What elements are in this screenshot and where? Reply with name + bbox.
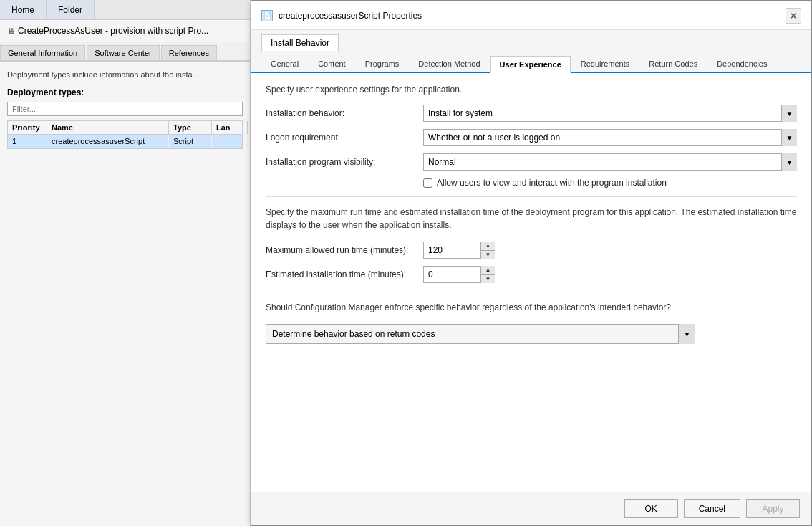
dialog-icon: 📄 xyxy=(261,10,273,21)
software-center-tab[interactable]: Software Center xyxy=(87,45,159,60)
dialog-titlebar: 📄 createprocessasuserScript Properties × xyxy=(251,1,811,30)
installation-behavior-select[interactable]: Install for system Install for user Inst… xyxy=(423,105,797,122)
tab-programs[interactable]: Programs xyxy=(356,55,409,72)
dialog-content: Specify user experience settings for the… xyxy=(251,73,811,492)
tab-requirements[interactable]: Requirements xyxy=(571,55,639,72)
bottom-description: Should Configuration Manager enforce spe… xyxy=(266,301,797,314)
tab-detection-method[interactable]: Detection Method xyxy=(409,55,489,72)
cancel-button[interactable]: Cancel xyxy=(684,499,740,518)
installation-behavior-row: Installation behavior: Install for syste… xyxy=(266,105,797,122)
tab-content[interactable]: Content xyxy=(309,55,355,72)
dialog-title: 📄 createprocessasuserScript Properties xyxy=(261,10,422,21)
col-lan: Lan xyxy=(212,121,248,134)
divider-1 xyxy=(266,196,797,197)
visibility-control: Normal Hidden Minimized Maximized ▼ xyxy=(423,153,797,171)
dialog-backdrop: 📄 createprocessasuserScript Properties ×… xyxy=(251,0,812,526)
row-type: Script xyxy=(169,135,212,148)
installation-behavior-label: Installation behavior: xyxy=(266,108,423,118)
tab-general[interactable]: General xyxy=(261,55,308,72)
apply-button[interactable]: Apply xyxy=(746,499,800,518)
max-run-time-row: Maximum allowed run time (minutes): ▲ ▼ xyxy=(266,242,797,259)
install-behavior-strip: Install Behavior xyxy=(251,30,811,52)
visibility-select[interactable]: Normal Hidden Minimized Maximized xyxy=(423,153,797,171)
max-run-time-label: Maximum allowed run time (minutes): xyxy=(266,245,423,255)
estimated-time-spinbox-buttons: ▲ ▼ xyxy=(480,266,495,283)
logon-requirement-select[interactable]: Whether or not a user is logged on Only … xyxy=(423,129,797,146)
row-lan xyxy=(212,135,248,148)
left-content: Deployment types include information abo… xyxy=(0,62,250,158)
divider-2 xyxy=(266,292,797,292)
left-panel: Home Folder 🖥 CreateProcessAsUser - prov… xyxy=(0,0,251,526)
left-nav-tabs: General Information Software Center Refe… xyxy=(0,42,250,62)
general-info-tab[interactable]: General Information xyxy=(0,45,85,60)
allow-users-label: Allow users to view and interact with th… xyxy=(437,178,667,188)
estimated-time-down[interactable]: ▼ xyxy=(481,275,495,284)
logon-requirement-row: Logon requirement: Whether or not a user… xyxy=(266,129,797,146)
logon-requirement-control: Whether or not a user is logged on Only … xyxy=(423,129,797,146)
max-run-time-spinbox: ▲ ▼ xyxy=(423,242,495,259)
deployment-types-label: Deployment types: xyxy=(7,87,243,97)
col-priority: Priority xyxy=(8,121,47,134)
install-behavior-tab[interactable]: Install Behavior xyxy=(261,34,339,52)
home-tab[interactable]: Home xyxy=(0,0,47,19)
main-tab-strip: General Content Programs Detection Metho… xyxy=(251,52,811,73)
col-type: Type xyxy=(169,121,212,134)
logon-requirement-label: Logon requirement: xyxy=(266,133,423,143)
top-description: Specify user experience settings for the… xyxy=(266,85,797,95)
dialog-footer: OK Cancel Apply xyxy=(251,492,811,525)
mid-description: Specify the maximum run time and estimat… xyxy=(266,206,797,231)
estimated-time-up[interactable]: ▲ xyxy=(481,266,495,275)
deployment-description: Deployment types include information abo… xyxy=(7,70,243,79)
breadcrumb-text: CreateProcessAsUser - provision with scr… xyxy=(18,26,208,36)
allow-users-checkbox[interactable] xyxy=(423,178,432,188)
ok-button[interactable]: OK xyxy=(624,499,678,518)
visibility-label: Installation program visibility: xyxy=(266,157,423,167)
close-button[interactable]: × xyxy=(786,8,801,24)
references-tab[interactable]: References xyxy=(161,45,217,60)
behavior-dropdown-wrapper: Determine behavior based on return codes… xyxy=(266,324,695,344)
breadcrumb: 🖥 CreateProcessAsUser - provision with s… xyxy=(0,20,250,42)
tab-dependencies[interactable]: Dependencies xyxy=(707,55,776,72)
allow-users-checkbox-row: Allow users to view and interact with th… xyxy=(423,178,797,188)
installation-behavior-control: Install for system Install for user Inst… xyxy=(423,105,797,122)
max-run-time-up[interactable]: ▲ xyxy=(481,242,495,251)
folder-tab[interactable]: Folder xyxy=(47,0,95,19)
breadcrumb-icon: 🖥 xyxy=(7,27,15,35)
left-panel-tab-strip: Home Folder xyxy=(0,0,250,20)
table-header: Priority Name Type Lan xyxy=(7,120,243,134)
col-name: Name xyxy=(47,121,169,134)
behavior-select[interactable]: Determine behavior based on return codes… xyxy=(266,324,695,344)
tab-user-experience[interactable]: User Experience xyxy=(490,56,571,73)
row-priority: 1 xyxy=(8,135,47,148)
max-run-time-spinbox-buttons: ▲ ▼ xyxy=(480,242,495,259)
deployment-types-table: 1 createprocessasuserScript Script xyxy=(7,134,243,149)
filter-input[interactable] xyxy=(7,102,243,116)
row-name: createprocessasuserScript xyxy=(47,135,169,148)
properties-dialog: 📄 createprocessasuserScript Properties ×… xyxy=(251,0,812,526)
table-row[interactable]: 1 createprocessasuserScript Script xyxy=(8,135,242,148)
visibility-row: Installation program visibility: Normal … xyxy=(266,153,797,171)
dialog-title-text: createprocessasuserScript Properties xyxy=(279,11,422,21)
tab-return-codes[interactable]: Return Codes xyxy=(639,55,707,72)
estimated-time-label: Estimated installation time (minutes): xyxy=(266,269,423,279)
estimated-time-spinbox: ▲ ▼ xyxy=(423,266,495,283)
max-run-time-down[interactable]: ▼ xyxy=(481,251,495,259)
estimated-time-row: Estimated installation time (minutes): ▲… xyxy=(266,266,797,283)
